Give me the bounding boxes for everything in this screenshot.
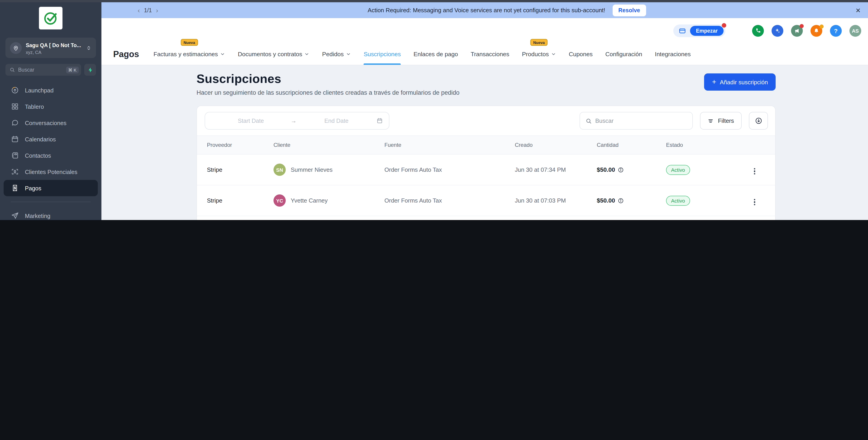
table-toolbar: Start Date → End Date Buscar <box>197 106 775 136</box>
phone-button[interactable] <box>752 25 764 37</box>
tab-label: Enlaces de pago <box>413 51 458 58</box>
start-date-placeholder[interactable]: Start Date <box>211 117 291 124</box>
client-avatar: SN <box>274 164 286 176</box>
subscriptions-card: Start Date → End Date Buscar <box>196 106 776 220</box>
sidebar-search-input[interactable]: Buscar ⌘ K <box>5 64 81 76</box>
client-name[interactable]: Summer Nieves <box>291 166 333 173</box>
marketing-icon <box>11 212 19 220</box>
sidebar-item-label: Marketing <box>25 212 50 219</box>
add-subscription-button[interactable]: + Añadir suscripción <box>704 74 776 91</box>
kebab-menu-icon[interactable] <box>752 197 757 207</box>
amount-value: $50.00 <box>597 166 615 173</box>
notifications-bell-button[interactable] <box>810 25 822 37</box>
client-name[interactable]: Yvette Carney <box>291 197 328 204</box>
chevron-down-icon <box>305 52 309 57</box>
launchpad-icon <box>11 86 19 94</box>
header-top-row: Empezar ? AS <box>101 18 868 43</box>
sidebar-item-clientes-potenciales[interactable]: Clientes Potenciales <box>0 164 101 180</box>
info-icon[interactable] <box>618 197 624 204</box>
column-header-cantidad: Cantidad <box>597 142 666 148</box>
tab-transacciones[interactable]: Transacciones <box>471 43 509 65</box>
client-cell: YCYvette Carney <box>274 195 384 207</box>
table-row[interactable]: StripeYCYvette CarneyOrder Forms Auto Ta… <box>197 185 775 216</box>
account-location: xyz, CA <box>26 50 82 55</box>
tab-pedidos[interactable]: Pedidos <box>322 43 351 65</box>
tab-suscripciones[interactable]: Suscripciones <box>364 43 401 65</box>
tablero-icon <box>11 102 19 111</box>
help-button[interactable]: ? <box>830 25 842 37</box>
tab-documentos-y-contratos[interactable]: Documentos y contratos <box>238 43 309 65</box>
chevron-down-icon <box>551 52 556 57</box>
page-head: Suscripciones Hacer un seguimiento de la… <box>196 72 776 96</box>
nueva-badge: Nueva <box>530 39 548 46</box>
notification-dot <box>722 23 726 28</box>
announcements-button[interactable] <box>791 25 803 37</box>
sidebar-item-label: Calendarios <box>25 136 56 143</box>
chevron-down-icon <box>346 52 351 57</box>
sidebar-search-placeholder: Buscar <box>18 67 63 72</box>
tab-enlaces-de-pago[interactable]: Enlaces de pago <box>413 43 458 65</box>
end-date-placeholder[interactable]: End Date <box>297 117 376 124</box>
column-header-cliente: Cliente <box>274 142 384 148</box>
pagos-icon <box>11 184 19 192</box>
tab-label: Configuración <box>606 51 642 58</box>
quick-actions-button[interactable] <box>84 64 96 76</box>
filters-button[interactable]: Filters <box>700 112 742 129</box>
tab-label: Productos <box>522 51 549 58</box>
export-download-button[interactable] <box>749 112 768 129</box>
tab-productos[interactable]: NuevaProductos <box>522 43 556 65</box>
sidebar-item-conversaciones[interactable]: Conversaciones <box>0 115 101 131</box>
download-circle-icon <box>754 117 762 125</box>
table-row[interactable]: StripeSNSummer NievesOrder Forms Auto Ta… <box>197 154 775 185</box>
search-icon <box>585 118 592 124</box>
table-body: StripeSNSummer NievesOrder Forms Auto Ta… <box>197 154 775 220</box>
tab-cupones[interactable]: Cupones <box>569 43 593 65</box>
empezar-pill[interactable]: Empezar <box>673 25 725 37</box>
payments-nav-bar: Pagos NuevaFacturas y estimacionesDocume… <box>101 43 868 65</box>
sidebar-item-tablero[interactable]: Tablero <box>0 98 101 115</box>
status-cell: Activo <box>666 196 752 205</box>
account-name: Sagu QA [ Do Not To... <box>26 42 81 48</box>
sidebar-item-marketing[interactable]: Marketing <box>0 208 101 220</box>
table-search-input[interactable]: Buscar <box>579 112 692 129</box>
check-logo-icon <box>42 10 59 26</box>
sidebar-item-contactos[interactable]: Contactos <box>0 147 101 164</box>
tab-label: Facturas y estimaciones <box>154 51 218 58</box>
amount-value: $50.00 <box>597 197 615 204</box>
arrow-right-icon: → <box>291 117 297 124</box>
user-avatar[interactable]: AS <box>849 25 861 37</box>
notification-banner: ‹ 1/1 › Action Required: Messaging and V… <box>101 2 868 18</box>
table-header-row: ProveedorClienteFuenteCreadoCantidadEsta… <box>197 136 775 154</box>
agency-logo[interactable] <box>39 7 62 29</box>
sidebar-item-calendarios[interactable]: Calendarios <box>0 131 101 147</box>
title-block: Suscripciones Hacer un seguimiento de la… <box>196 72 460 96</box>
chevron-right-icon[interactable]: › <box>156 7 158 13</box>
actions-cell <box>752 194 775 207</box>
content-area: Suscripciones Hacer un seguimiento de la… <box>101 65 868 220</box>
provider-cell: Stripe <box>207 197 274 204</box>
close-icon[interactable]: ✕ <box>856 7 861 13</box>
ai-sparkle-button[interactable] <box>772 25 783 37</box>
empezar-button[interactable]: Empezar <box>690 26 723 36</box>
add-subscription-label: Añadir suscripción <box>720 79 768 85</box>
date-range-input[interactable]: Start Date → End Date <box>205 112 390 129</box>
tab-configuracion[interactable]: Configuración <box>606 43 642 65</box>
resolve-button[interactable]: Resolve <box>612 4 646 16</box>
column-header-proveedor: Proveedor <box>207 142 274 148</box>
sidebar-item-launchpad[interactable]: Launchpad <box>0 82 101 98</box>
tab-facturas-y-estimaciones[interactable]: NuevaFacturas y estimaciones <box>154 43 225 65</box>
tab-bar: NuevaFacturas y estimacionesDocumentos y… <box>154 43 691 65</box>
tab-integraciones[interactable]: Integraciones <box>655 43 691 65</box>
sidebar-item-pagos[interactable]: Pagos <box>4 180 98 196</box>
notification-dot <box>819 25 824 29</box>
sidebar-divider <box>11 202 91 202</box>
plus-icon: + <box>712 78 716 86</box>
chevron-left-icon[interactable]: ‹ <box>138 7 140 13</box>
kebab-menu-icon[interactable] <box>752 166 757 176</box>
subaccount-selector[interactable]: Sagu QA [ Do Not To... xyz, CA <box>5 38 96 58</box>
info-icon[interactable] <box>618 167 624 173</box>
table-row[interactable]: Authorize.NetMMMadonna MorrowSubscriptio… <box>197 216 775 220</box>
created-cell: Jun 30 at 07:03 PM <box>515 197 597 204</box>
column-header-creado: Creado <box>515 142 597 148</box>
tab-label: Pedidos <box>322 51 344 58</box>
